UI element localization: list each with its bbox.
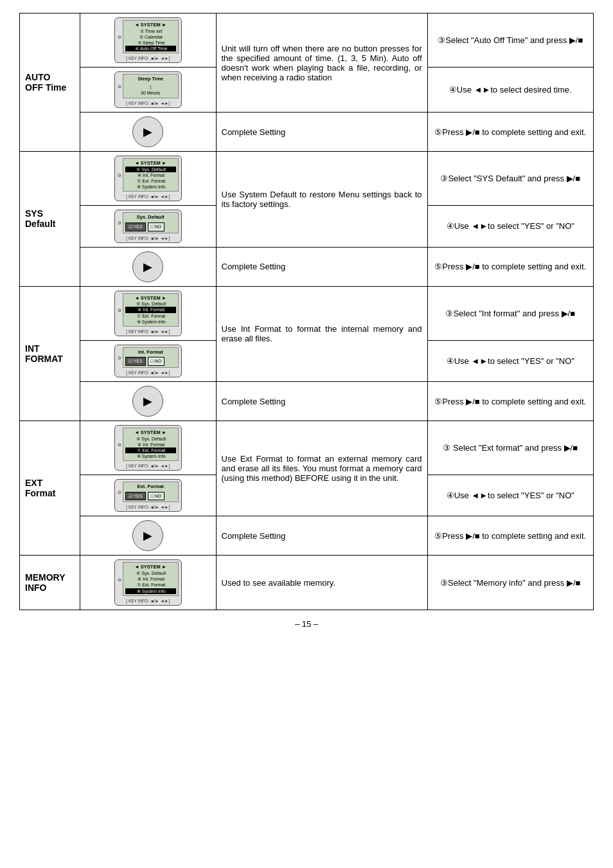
desc-mem: Used to see available memory. xyxy=(216,556,427,610)
device-image-ext3: ▶ xyxy=(80,516,217,556)
device-image-int2: ⊙ Int. Format ☑ YES □ NO [ KEY INFO: ■/►… xyxy=(80,340,217,381)
table-row: MEMORYINFO ⊙ ◄ SYSTEM ► ⑤ Sys. Default ⑥… xyxy=(20,556,594,610)
main-table: AUTOOFF Time ⊙ ◄ SYSTEM ► ① Time set ② C… xyxy=(19,13,594,610)
action-auto3: ⑤Press ▶/■ to complete setting and exit. xyxy=(427,113,594,152)
action-auto2: ④Use ◄►to select desired time. xyxy=(427,68,594,113)
table-row: EXTFormat ⊙ ◄ SYSTEM ► ⑤ Sys. Default ⑥ … xyxy=(20,421,594,475)
table-row: ▶ Complete Setting ⑤Press ▶/■ to complet… xyxy=(20,113,594,152)
desc-complete4: Complete Setting xyxy=(216,516,427,556)
device-image-auto2: ⊙ Sleep Time | 30 Minuts [ KEY INFO: ■/►… xyxy=(80,68,217,113)
action-sys3: ⑤Press ▶/■ to complete setting and exit. xyxy=(427,247,594,286)
device-image-int1: ⊙ ◄ SYSTEM ► ⑤ Sys. Default ⑥ Int. Forma… xyxy=(80,286,217,340)
device-image-ext1: ⊙ ◄ SYSTEM ► ⑤ Sys. Default ⑥ Int. Forma… xyxy=(80,421,217,475)
action-ext3: ⑤Press ▶/■ to complete setting and exit. xyxy=(427,516,594,556)
table-row: ▶ Complete Setting ⑤Press ▶/■ to complet… xyxy=(20,382,594,421)
section-label-auto-off: AUTOOFF Time xyxy=(20,14,80,152)
table-row: INTFORMAT ⊙ ◄ SYSTEM ► ⑤ Sys. Default ⑥ … xyxy=(20,286,594,340)
desc-ext: Use Ext Format to format an external mem… xyxy=(216,421,427,516)
table-row: ▶ Complete Setting ⑤Press ▶/■ to complet… xyxy=(20,516,594,556)
desc-auto-off: Unit will turn off when there are no but… xyxy=(216,14,427,113)
device-image-sys3: ▶ xyxy=(80,247,217,286)
table-row: SYSDefault ⊙ ◄ SYSTEM ► ⑤ Sys. Default ⑥… xyxy=(20,152,594,206)
action-ext2: ④Use ◄►to select "YES" or "NO" xyxy=(427,475,594,516)
section-label-ext: EXTFormat xyxy=(20,421,80,556)
table-row: ▶ Complete Setting ⑤Press ▶/■ to complet… xyxy=(20,247,594,286)
section-label-int: INTFORMAT xyxy=(20,286,80,420)
desc-complete3: Complete Setting xyxy=(216,382,427,421)
device-image-ext2: ⊙ Ext. Format ☑ YES □ NO [ KEY INFO: ■/►… xyxy=(80,475,217,516)
action-mem1: ③Select "Memory info" and press ▶/■ xyxy=(427,556,594,610)
table-row: AUTOOFF Time ⊙ ◄ SYSTEM ► ① Time set ② C… xyxy=(20,14,594,68)
device-image-sys2: ⊙ Sys. Default ☑ YES □ NO [ KEY INFO: ■/… xyxy=(80,206,217,247)
action-int1: ③Select "Int format" and press ▶/■ xyxy=(427,286,594,340)
device-image-auto1: ⊙ ◄ SYSTEM ► ① Time set ② Calendar ③ Sle… xyxy=(80,14,217,68)
action-sys1: ③Select "SYS Default" and press ▶/■ xyxy=(427,152,594,206)
action-auto1: ③Select "Auto Off Time" and press ▶/■ xyxy=(427,14,594,68)
action-sys2: ④Use ◄►to select "YES" or "NO" xyxy=(427,206,594,247)
desc-complete1: Complete Setting xyxy=(216,113,427,152)
device-image-sys1: ⊙ ◄ SYSTEM ► ⑤ Sys. Default ⑥ Int. Forma… xyxy=(80,152,217,206)
device-image-int3: ▶ xyxy=(80,382,217,421)
action-int2: ④Use ◄►to select "YES" or "NO" xyxy=(427,340,594,381)
desc-int: Use Int Format to format the internal me… xyxy=(216,286,427,381)
page-number: – 15 – xyxy=(19,619,594,629)
desc-complete2: Complete Setting xyxy=(216,247,427,286)
section-label-sys: SYSDefault xyxy=(20,152,80,286)
action-int3: ⑤Press ▶/■ to complete setting and exit. xyxy=(427,382,594,421)
action-ext1: ③ Select "Ext format" and press ▶/■ xyxy=(427,421,594,475)
device-image-auto3: ▶ xyxy=(80,113,217,152)
page-container: AUTOOFF Time ⊙ ◄ SYSTEM ► ① Time set ② C… xyxy=(0,0,613,655)
desc-sys: Use System Default to restore Menu setti… xyxy=(216,152,427,247)
device-image-mem1: ⊙ ◄ SYSTEM ► ⑤ Sys. Default ⑥ Int. Forma… xyxy=(80,556,217,610)
section-label-mem: MEMORYINFO xyxy=(20,556,80,610)
